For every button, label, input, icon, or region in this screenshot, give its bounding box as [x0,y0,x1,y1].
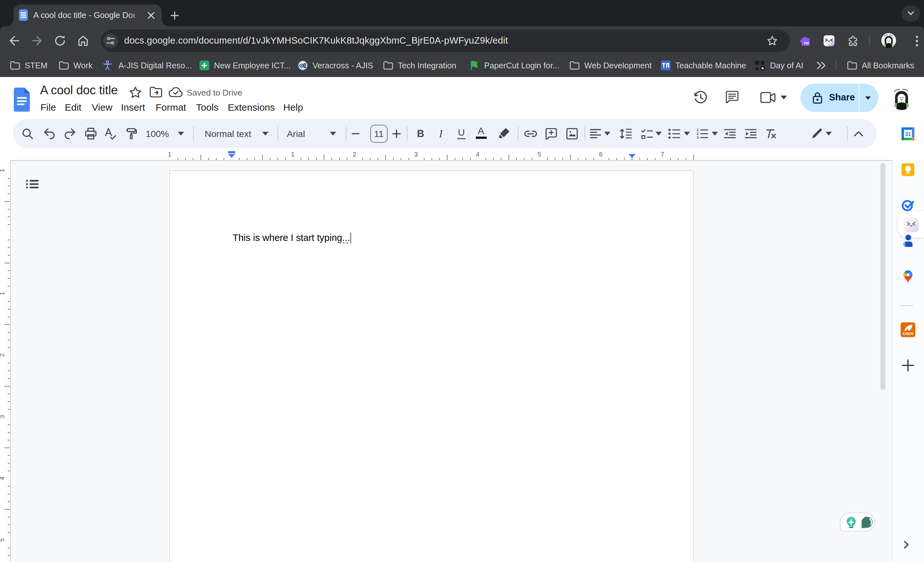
svg-text:31: 31 [905,131,911,137]
svg-text:ESIGN: ESIGN [903,332,913,336]
svg-text:2: 2 [697,132,699,136]
svg-text:1: 1 [697,128,699,132]
svg-text:3: 3 [697,136,699,139]
svg-text:rw: rw [804,40,809,45]
